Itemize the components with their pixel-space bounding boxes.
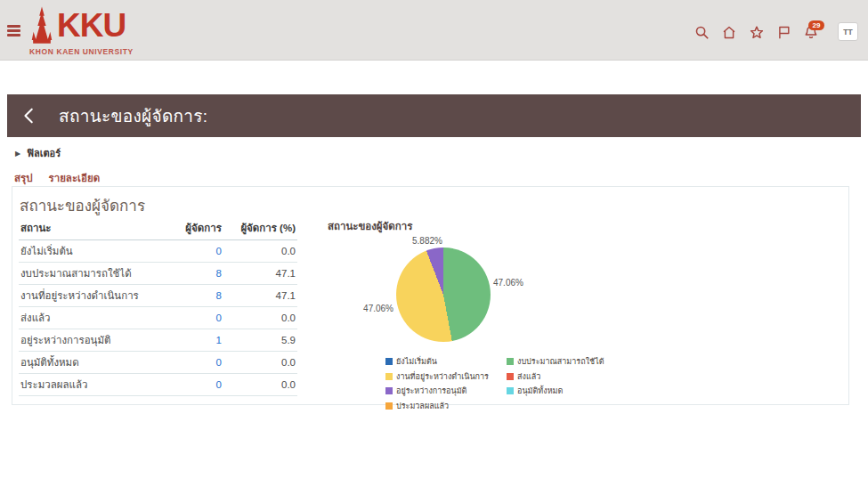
pie-label-approval: 5.882% bbox=[412, 236, 442, 246]
manager-count-link[interactable]: 0 bbox=[173, 306, 223, 329]
table-row: ส่งแล้ว00.0 bbox=[19, 306, 297, 329]
col-status: สถานะ bbox=[19, 217, 173, 239]
pie-chart[interactable] bbox=[396, 248, 491, 342]
pagoda-icon bbox=[28, 6, 55, 51]
status-table-body: ยังไม่เริ่มต้น00.0งบประมาณสามารถใช้ได้84… bbox=[19, 239, 297, 395]
section-title: สถานะของผู้จัดการ bbox=[20, 193, 145, 217]
chart-title: สถานะของผู้จัดการ bbox=[328, 218, 412, 234]
legend-item: งานที่อยู่ระหว่างดำเนินการ bbox=[385, 370, 501, 383]
manager-pct-cell: 47.1 bbox=[223, 262, 297, 284]
page: KKU KHON KAEN UNIVERSITY bbox=[0, 0, 868, 487]
table-row: งานที่อยู่ระหว่างดำเนินการ847.1 bbox=[19, 284, 297, 306]
table-row: งบประมาณสามารถใช้ได้847.1 bbox=[19, 262, 297, 284]
manager-count-link[interactable]: 1 bbox=[173, 329, 223, 351]
status-cell: งานที่อยู่ระหว่างดำเนินการ bbox=[19, 284, 173, 306]
manager-count-link[interactable]: 0 bbox=[173, 351, 223, 373]
menu-icon[interactable] bbox=[7, 25, 20, 37]
legend-item: อยู่ระหว่างการอนุมัติ bbox=[385, 385, 501, 397]
user-avatar[interactable]: TT bbox=[838, 22, 858, 41]
status-cell: อยู่ระหว่างการอนุมัติ bbox=[19, 329, 173, 351]
university-name: KHON KAEN UNIVERSITY bbox=[29, 47, 134, 56]
legend-swatch bbox=[507, 373, 514, 380]
col-managers-pct: ผู้จัดการ (%) bbox=[223, 217, 297, 239]
legend-item: ส่งแล้ว bbox=[507, 370, 604, 383]
page-title: สถานะของผู้จัดการ: bbox=[59, 102, 207, 129]
filter-label: ฟิลเตอร์ bbox=[27, 145, 61, 161]
status-cell: ส่งแล้ว bbox=[19, 306, 173, 329]
col-managers: ผู้จัดการ bbox=[173, 217, 223, 239]
filter-toggle[interactable]: ▶ ฟิลเตอร์ bbox=[15, 145, 61, 161]
manager-pct-cell: 0.0 bbox=[223, 351, 297, 373]
manager-pct-cell: 0.0 bbox=[223, 306, 297, 329]
manager-count-link[interactable]: 8 bbox=[173, 262, 223, 284]
pie-label-inprogress: 47.06% bbox=[322, 304, 393, 313]
chart-legend: ยังไม่เริ่มต้นงบประมาณสามารถใช้ได้งานที่… bbox=[385, 355, 604, 412]
home-icon[interactable] bbox=[721, 25, 737, 40]
legend-label: อยู่ระหว่างการอนุมัติ bbox=[396, 385, 466, 397]
top-header: KKU KHON KAEN UNIVERSITY bbox=[0, 0, 868, 61]
legend-swatch bbox=[385, 387, 393, 394]
flag-icon[interactable] bbox=[776, 25, 791, 40]
status-cell: ยังไม่เริ่มต้น bbox=[19, 239, 173, 262]
status-table: สถานะ ผู้จัดการ ผู้จัดการ (%) ยังไม่เริ่… bbox=[19, 217, 297, 396]
page-title-bar: สถานะของผู้จัดการ: bbox=[7, 94, 861, 137]
legend-label: งานที่อยู่ระหว่างดำเนินการ bbox=[396, 370, 489, 383]
header-actions bbox=[694, 24, 819, 40]
caret-right-icon: ▶ bbox=[15, 150, 20, 158]
manager-pct-cell: 5.9 bbox=[223, 329, 297, 351]
legend-swatch bbox=[385, 358, 393, 365]
manager-count-link[interactable]: 0 bbox=[173, 373, 223, 395]
pie-label-budget: 47.06% bbox=[493, 278, 523, 288]
legend-swatch bbox=[385, 402, 393, 410]
status-cell: งบประมาณสามารถใช้ได้ bbox=[19, 262, 173, 284]
legend-label: ยังไม่เริ่มต้น bbox=[396, 355, 437, 368]
legend-label: ส่งแล้ว bbox=[517, 370, 540, 383]
legend-item: ประมวลผลแล้ว bbox=[385, 400, 501, 412]
manager-pct-cell: 47.1 bbox=[223, 284, 297, 306]
notification-badge[interactable]: 29 bbox=[808, 20, 824, 30]
manager-count-link[interactable]: 8 bbox=[173, 284, 223, 306]
legend-label: ประมวลผลแล้ว bbox=[396, 400, 449, 412]
table-row: ยังไม่เริ่มต้น00.0 bbox=[19, 239, 297, 262]
status-cell: ประมวลผลแล้ว bbox=[19, 373, 173, 395]
table-row: อนุมัติทั้งหมด00.0 bbox=[19, 351, 297, 373]
search-icon[interactable] bbox=[694, 25, 710, 40]
manager-pct-cell: 0.0 bbox=[223, 239, 297, 262]
table-header-row: สถานะ ผู้จัดการ ผู้จัดการ (%) bbox=[19, 217, 297, 239]
legend-item: งบประมาณสามารถใช้ได้ bbox=[507, 355, 604, 368]
legend-swatch bbox=[507, 358, 514, 365]
kku-logo-text: KKU bbox=[57, 6, 126, 45]
manager-count-link[interactable]: 0 bbox=[173, 239, 223, 262]
summary-card: สถานะของผู้จัดการ สถานะ ผู้จัดการ ผู้จัด… bbox=[12, 186, 849, 405]
star-icon[interactable] bbox=[749, 25, 765, 40]
status-cell: อนุมัติทั้งหมด bbox=[19, 351, 173, 373]
legend-label: งบประมาณสามารถใช้ได้ bbox=[517, 355, 604, 368]
table-row: ประมวลผลแล้ว00.0 bbox=[19, 373, 297, 395]
legend-label: อนุมัติทั้งหมด bbox=[517, 385, 563, 397]
table-row: อยู่ระหว่างการอนุมัติ15.9 bbox=[19, 329, 297, 351]
back-chevron-icon[interactable] bbox=[20, 106, 39, 126]
legend-swatch bbox=[385, 373, 393, 380]
legend-item: อนุมัติทั้งหมด bbox=[507, 385, 604, 397]
legend-item: ยังไม่เริ่มต้น bbox=[385, 355, 501, 368]
manager-pct-cell: 0.0 bbox=[223, 373, 297, 395]
legend-swatch bbox=[507, 387, 514, 394]
kku-logo[interactable]: KKU bbox=[28, 6, 126, 51]
